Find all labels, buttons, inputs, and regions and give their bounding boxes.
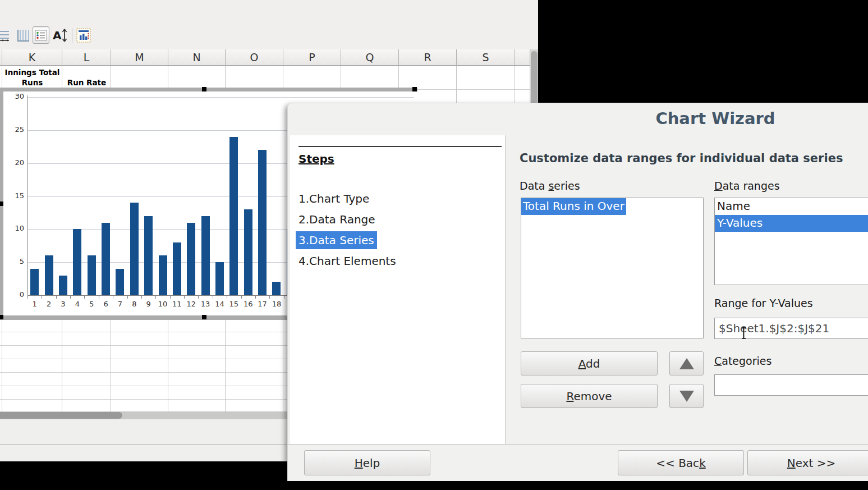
back-button[interactable]: << Back <box>618 450 744 475</box>
column-header-S[interactable]: S <box>457 49 515 66</box>
next-button[interactable]: Next >> <box>747 450 868 475</box>
x-axis-tick-label: 17 <box>255 300 270 308</box>
chart-bar <box>88 255 96 295</box>
chart-bar <box>144 216 153 295</box>
dialog-title: Chart Wizard <box>288 109 868 128</box>
page-heading: Customize data ranges for individual dat… <box>520 152 843 165</box>
x-axis-tick-label: 12 <box>184 300 199 308</box>
chart-handle-bottom[interactable] <box>202 315 206 319</box>
x-axis-tick-label: 1 <box>27 300 42 308</box>
chart-bar <box>272 282 281 295</box>
data-range-item-y-values[interactable]: Y-Values <box>715 215 868 232</box>
column-header-O[interactable]: O <box>226 49 283 66</box>
chart-bar <box>30 269 39 295</box>
arrow-up-icon <box>679 358 694 369</box>
chart-bar <box>159 255 167 295</box>
legend-on-off-icon[interactable] <box>33 26 49 44</box>
footer-divider <box>288 444 868 445</box>
step-chart-type[interactable]: 1.Chart Type <box>298 189 396 209</box>
column-headers: KLMNOPQRS <box>0 49 530 66</box>
chart-handle-top-right[interactable] <box>412 87 417 91</box>
step-data-range[interactable]: 2.Data Range <box>298 209 396 230</box>
cell-L1-run-rate[interactable]: Run Rate <box>62 66 111 89</box>
y-axis-tick-label: 0 <box>5 290 24 299</box>
chart-bar <box>173 242 181 295</box>
x-axis-tick <box>213 296 213 299</box>
x-axis-tick <box>255 296 256 299</box>
x-axis-tick <box>284 296 284 299</box>
remove-button[interactable]: Remove <box>521 384 658 408</box>
chart-bar <box>59 276 67 295</box>
step-data-series-active[interactable]: 3.Data Series <box>298 230 396 251</box>
chart-type-glyph <box>76 28 91 43</box>
step-chart-elements[interactable]: 4.Chart Elements <box>298 251 396 272</box>
cell-K1-innings-total-runs[interactable]: Innings Total Runs <box>2 66 62 89</box>
x-axis-tick <box>141 296 142 299</box>
data-series-item-selected[interactable]: Total Runs in Over <box>521 198 626 215</box>
scale-text-glyph: A <box>52 28 68 43</box>
x-axis-tick <box>27 296 28 299</box>
x-axis-tick-label: 18 <box>269 300 284 308</box>
x-axis-tick <box>170 296 171 299</box>
chart-bar <box>130 203 139 295</box>
chart-bar <box>116 269 124 295</box>
column-header-P[interactable]: P <box>283 49 341 66</box>
range-for-y-values-input[interactable]: $Sheet1.$J$2:$J$21 <box>714 318 868 339</box>
x-axis-tick <box>84 296 85 299</box>
x-axis-tick <box>155 296 156 299</box>
y-axis-tick-label: 5 <box>5 257 24 265</box>
column-header-R[interactable]: R <box>399 49 457 66</box>
text-cursor-pointer <box>740 326 747 342</box>
x-axis-tick <box>127 296 128 299</box>
categories-input[interactable] <box>714 374 868 396</box>
data-series-label: Data series <box>520 180 580 192</box>
chart-bar <box>244 209 252 295</box>
y-axis-tick-label: 25 <box>5 125 24 134</box>
chart-bar <box>102 223 110 295</box>
x-axis-tick <box>198 296 199 299</box>
move-down-button[interactable] <box>669 384 704 408</box>
chart-handle-bottom-left[interactable] <box>0 315 3 319</box>
x-axis-tick-label: 2 <box>42 300 56 308</box>
column-header-L[interactable]: L <box>62 49 111 66</box>
column-header-partial[interactable] <box>515 49 530 66</box>
x-axis-tick-label: 4 <box>70 300 85 308</box>
x-axis-tick-label: 7 <box>113 300 127 308</box>
column-header-Q[interactable]: Q <box>341 49 399 66</box>
data-ranges-listbox[interactable]: Name Y-Values <box>714 198 868 285</box>
column-header-K[interactable]: K <box>2 49 62 66</box>
column-header-M[interactable]: M <box>111 49 168 66</box>
toolbar-separator <box>72 28 72 43</box>
chart-selection-border-top <box>0 88 417 91</box>
chart-bar <box>73 229 81 295</box>
chart-handle-top[interactable] <box>202 87 206 91</box>
steps-divider <box>298 146 502 147</box>
x-axis-tick <box>99 296 99 299</box>
horizontal-scrollbar-thumb[interactable] <box>0 412 122 419</box>
x-axis-tick <box>241 296 242 299</box>
vertical-grids-glyph <box>16 28 30 43</box>
chart-handle-left[interactable] <box>0 202 3 206</box>
scale-text-icon[interactable]: A <box>52 26 68 44</box>
steps-list: 1.Chart Type 2.Data Range 3.Data Series … <box>298 189 396 272</box>
x-axis-tick-label: 3 <box>56 300 70 308</box>
chart-bar <box>229 137 238 295</box>
chart-bar <box>215 262 224 295</box>
add-button[interactable]: Add <box>521 351 658 375</box>
x-axis-tick <box>184 296 185 299</box>
legend-glyph <box>35 29 47 42</box>
data-series-listbox[interactable]: Total Runs in Over <box>521 198 704 338</box>
chart-type-icon[interactable] <box>75 26 92 44</box>
x-axis-tick-label: 9 <box>141 300 156 308</box>
vertical-grids-icon[interactable] <box>15 26 31 44</box>
x-axis-tick-label: 15 <box>227 300 241 308</box>
x-axis-tick-label: 8 <box>127 300 141 308</box>
help-button[interactable]: Help <box>304 450 430 475</box>
data-range-item-name[interactable]: Name <box>715 198 868 215</box>
spreadsheet-row-1: Innings Total Runs Run Rate <box>0 66 530 90</box>
column-header-N[interactable]: N <box>168 49 226 66</box>
move-up-button[interactable] <box>669 351 704 375</box>
x-axis-tick-label: 14 <box>212 300 227 308</box>
horizontal-grids-icon[interactable] <box>0 26 11 44</box>
y-axis-tick-label: 20 <box>5 158 24 167</box>
